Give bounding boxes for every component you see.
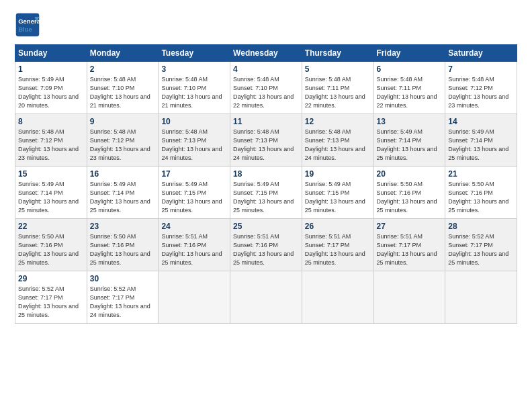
day-info: Sunrise: 5:49 AMSunset: 7:14 PMDaylight:… [377, 128, 443, 163]
day-number: 6 [377, 64, 443, 74]
calendar-cell: 6Sunrise: 5:48 AMSunset: 7:11 PMDaylight… [373, 62, 445, 114]
day-number: 23 [90, 222, 156, 231]
calendar-cell: 26Sunrise: 5:51 AMSunset: 7:17 PMDayligh… [302, 219, 373, 271]
day-info: Sunrise: 5:48 AMSunset: 7:11 PMDaylight:… [305, 75, 371, 110]
calendar-cell: 14Sunrise: 5:49 AMSunset: 7:14 PMDayligh… [445, 114, 517, 167]
calendar-cell: 16Sunrise: 5:49 AMSunset: 7:14 PMDayligh… [87, 167, 159, 219]
day-number: 30 [90, 274, 156, 283]
day-info: Sunrise: 5:48 AMSunset: 7:11 PMDaylight:… [377, 75, 443, 110]
day-info: Sunrise: 5:48 AMSunset: 7:13 PMDaylight:… [305, 128, 371, 163]
calendar-cell: 15Sunrise: 5:49 AMSunset: 7:14 PMDayligh… [15, 167, 87, 219]
day-info: Sunrise: 5:48 AMSunset: 7:10 PMDaylight:… [90, 75, 156, 110]
day-number: 8 [18, 117, 84, 126]
calendar-row-2: 15Sunrise: 5:49 AMSunset: 7:14 PMDayligh… [15, 167, 517, 219]
weekday-wednesday: Wednesday [230, 45, 302, 62]
day-number: 11 [233, 117, 299, 126]
day-info: Sunrise: 5:49 AMSunset: 7:15 PMDaylight:… [233, 180, 299, 215]
day-number: 17 [161, 169, 227, 179]
weekday-saturday: Saturday [445, 45, 517, 62]
calendar-row-0: 1Sunrise: 5:49 AMSunset: 7:09 PMDaylight… [15, 62, 517, 114]
day-info: Sunrise: 5:48 AMSunset: 7:12 PMDaylight:… [90, 128, 156, 163]
day-info: Sunrise: 5:49 AMSunset: 7:14 PMDaylight:… [90, 180, 156, 215]
calendar-cell: 21Sunrise: 5:50 AMSunset: 7:16 PMDayligh… [445, 167, 517, 219]
day-number: 20 [377, 169, 443, 179]
weekday-header-row: SundayMondayTuesdayWednesdayThursdayFrid… [15, 45, 517, 62]
calendar-row-3: 22Sunrise: 5:50 AMSunset: 7:16 PMDayligh… [15, 219, 517, 271]
calendar-cell: 7Sunrise: 5:48 AMSunset: 7:12 PMDaylight… [445, 62, 517, 114]
calendar-cell: 1Sunrise: 5:49 AMSunset: 7:09 PMDaylight… [15, 62, 87, 114]
day-info: Sunrise: 5:51 AMSunset: 7:17 PMDaylight:… [377, 232, 443, 267]
calendar-cell: 27Sunrise: 5:51 AMSunset: 7:17 PMDayligh… [373, 219, 445, 271]
day-info: Sunrise: 5:50 AMSunset: 7:16 PMDaylight:… [448, 180, 514, 215]
day-number: 12 [305, 117, 371, 126]
day-info: Sunrise: 5:49 AMSunset: 7:14 PMDaylight:… [448, 128, 514, 163]
day-info: Sunrise: 5:51 AMSunset: 7:17 PMDaylight:… [305, 232, 371, 267]
calendar-cell: 24Sunrise: 5:51 AMSunset: 7:16 PMDayligh… [159, 219, 230, 271]
day-number: 27 [377, 222, 443, 231]
calendar-cell [373, 271, 445, 324]
calendar-cell: 17Sunrise: 5:49 AMSunset: 7:15 PMDayligh… [159, 167, 230, 219]
day-number: 13 [377, 117, 443, 126]
day-number: 26 [305, 222, 371, 231]
day-info: Sunrise: 5:50 AMSunset: 7:16 PMDaylight:… [18, 232, 84, 267]
calendar-cell: 10Sunrise: 5:48 AMSunset: 7:13 PMDayligh… [159, 114, 230, 167]
calendar-cell: 29Sunrise: 5:52 AMSunset: 7:17 PMDayligh… [15, 271, 87, 324]
weekday-sunday: Sunday [15, 45, 87, 62]
calendar-cell: 8Sunrise: 5:48 AMSunset: 7:12 PMDaylight… [15, 114, 87, 167]
calendar-cell: 28Sunrise: 5:52 AMSunset: 7:17 PMDayligh… [445, 219, 517, 271]
day-info: Sunrise: 5:50 AMSunset: 7:16 PMDaylight:… [90, 232, 156, 267]
calendar-cell: 2Sunrise: 5:48 AMSunset: 7:10 PMDaylight… [87, 62, 159, 114]
day-number: 29 [18, 274, 84, 283]
calendar-cell: 25Sunrise: 5:51 AMSunset: 7:16 PMDayligh… [230, 219, 302, 271]
day-number: 7 [448, 64, 514, 74]
day-info: Sunrise: 5:48 AMSunset: 7:10 PMDaylight:… [233, 75, 299, 110]
day-number: 2 [90, 64, 156, 74]
calendar-row-4: 29Sunrise: 5:52 AMSunset: 7:17 PMDayligh… [15, 271, 517, 324]
day-info: Sunrise: 5:52 AMSunset: 7:17 PMDaylight:… [18, 285, 84, 320]
day-info: Sunrise: 5:49 AMSunset: 7:15 PMDaylight:… [161, 180, 227, 215]
day-info: Sunrise: 5:51 AMSunset: 7:16 PMDaylight:… [161, 232, 227, 267]
day-info: Sunrise: 5:48 AMSunset: 7:13 PMDaylight:… [233, 128, 299, 163]
calendar-cell [302, 271, 373, 324]
day-info: Sunrise: 5:52 AMSunset: 7:17 PMDaylight:… [90, 285, 156, 320]
day-info: Sunrise: 5:49 AMSunset: 7:14 PMDaylight:… [18, 180, 84, 215]
calendar-cell [159, 271, 230, 324]
day-number: 10 [161, 117, 227, 126]
day-info: Sunrise: 5:50 AMSunset: 7:16 PMDaylight:… [377, 180, 443, 215]
calendar-cell: 12Sunrise: 5:48 AMSunset: 7:13 PMDayligh… [302, 114, 373, 167]
calendar-cell [230, 271, 302, 324]
day-number: 14 [448, 117, 514, 126]
calendar-row-1: 8Sunrise: 5:48 AMSunset: 7:12 PMDaylight… [15, 114, 517, 167]
calendar-cell: 30Sunrise: 5:52 AMSunset: 7:17 PMDayligh… [87, 271, 159, 324]
svg-text:Blue: Blue [18, 26, 32, 33]
day-info: Sunrise: 5:48 AMSunset: 7:12 PMDaylight:… [18, 128, 84, 163]
logo-icon: General Blue [15, 12, 40, 38]
day-number: 5 [305, 64, 371, 74]
calendar-cell: 20Sunrise: 5:50 AMSunset: 7:16 PMDayligh… [373, 167, 445, 219]
day-number: 3 [161, 64, 227, 74]
day-number: 19 [305, 169, 371, 179]
day-number: 28 [448, 222, 514, 231]
logo: General Blue [15, 12, 44, 38]
calendar-cell: 9Sunrise: 5:48 AMSunset: 7:12 PMDaylight… [87, 114, 159, 167]
page: General Blue SundayMondayTuesdayWednesda… [0, 0, 532, 411]
calendar-cell: 22Sunrise: 5:50 AMSunset: 7:16 PMDayligh… [15, 219, 87, 271]
calendar-cell: 13Sunrise: 5:49 AMSunset: 7:14 PMDayligh… [373, 114, 445, 167]
day-info: Sunrise: 5:51 AMSunset: 7:16 PMDaylight:… [233, 232, 299, 267]
calendar-cell: 4Sunrise: 5:48 AMSunset: 7:10 PMDaylight… [230, 62, 302, 114]
weekday-thursday: Thursday [302, 45, 373, 62]
calendar-cell: 11Sunrise: 5:48 AMSunset: 7:13 PMDayligh… [230, 114, 302, 167]
day-info: Sunrise: 5:48 AMSunset: 7:10 PMDaylight:… [161, 75, 227, 110]
day-number: 22 [18, 222, 84, 231]
calendar-cell: 23Sunrise: 5:50 AMSunset: 7:16 PMDayligh… [87, 219, 159, 271]
calendar-cell: 19Sunrise: 5:49 AMSunset: 7:15 PMDayligh… [302, 167, 373, 219]
header: General Blue [15, 12, 517, 38]
day-number: 21 [448, 169, 514, 179]
day-number: 9 [90, 117, 156, 126]
day-info: Sunrise: 5:52 AMSunset: 7:17 PMDaylight:… [448, 232, 514, 267]
day-number: 1 [18, 64, 84, 74]
day-info: Sunrise: 5:48 AMSunset: 7:12 PMDaylight:… [448, 75, 514, 110]
day-number: 18 [233, 169, 299, 179]
calendar-cell: 18Sunrise: 5:49 AMSunset: 7:15 PMDayligh… [230, 167, 302, 219]
day-number: 25 [233, 222, 299, 231]
